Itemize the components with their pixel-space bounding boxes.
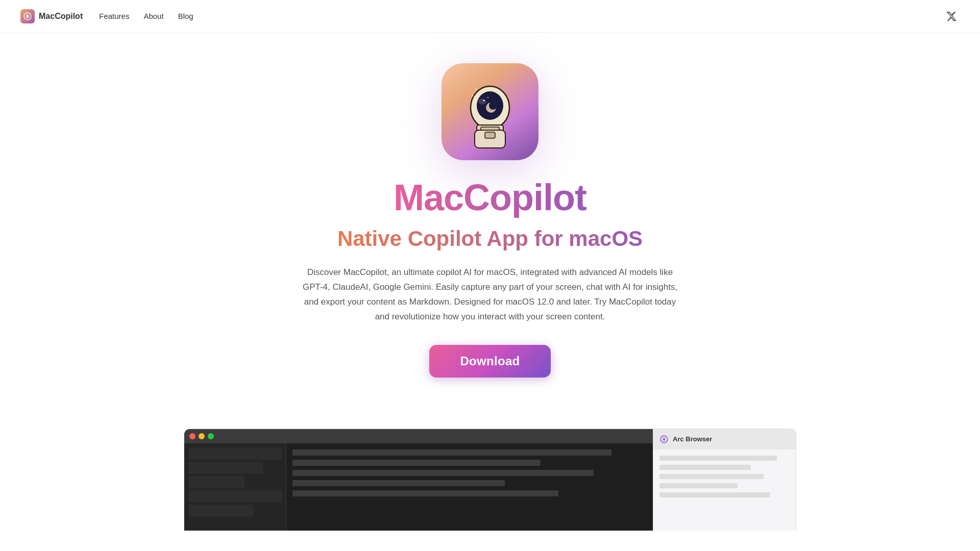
brand-logo-svg xyxy=(22,11,33,22)
nav-link-blog[interactable]: Blog xyxy=(178,12,193,20)
app-icon-container xyxy=(442,63,538,160)
astronaut-illustration xyxy=(449,71,531,153)
browser-sidebar xyxy=(184,443,286,531)
svg-rect-11 xyxy=(485,132,495,138)
nav-links: Features About Blog xyxy=(99,12,193,20)
brand-name-text: MacCopilot xyxy=(39,12,83,21)
sidebar-item xyxy=(188,447,282,460)
app-icon xyxy=(442,63,538,160)
sidebar-item xyxy=(188,462,263,474)
code-line xyxy=(292,470,594,476)
arc-panel: Arc Browser xyxy=(653,429,796,531)
hero-section: MacCopilot Native Copilot App for macOS … xyxy=(0,33,980,398)
maximize-dot xyxy=(208,433,214,439)
browser-titlebar xyxy=(184,429,653,443)
code-line xyxy=(292,480,505,486)
sidebar-item xyxy=(188,505,254,517)
close-dot xyxy=(189,433,195,439)
arc-content-line xyxy=(659,492,770,497)
brand-logo-icon xyxy=(20,9,35,23)
download-button[interactable]: Download xyxy=(429,345,550,378)
minimize-dot xyxy=(199,433,205,439)
nav-link-about[interactable]: About xyxy=(143,12,163,20)
svg-point-12 xyxy=(478,98,486,105)
code-line xyxy=(292,449,611,456)
browser-window xyxy=(184,429,653,531)
hero-subtitle: Native Copilot App for macOS xyxy=(337,227,643,251)
nav-left: MacCopilot Features About Blog xyxy=(20,9,193,23)
arc-browser-label: Arc Browser xyxy=(673,435,712,443)
screenshot-inner: Arc Browser xyxy=(184,429,796,531)
arc-content-line xyxy=(659,483,738,488)
arc-panel-content xyxy=(653,449,796,531)
screenshot-container: Arc Browser xyxy=(184,429,796,531)
arc-panel-header: Arc Browser xyxy=(653,429,796,449)
code-line xyxy=(292,460,541,466)
hero-title: MacCopilot xyxy=(394,177,586,218)
browser-main xyxy=(286,443,653,531)
arc-content-line xyxy=(659,465,751,470)
hero-description: Discover MacCopilot, an ultimate copilot… xyxy=(296,265,684,324)
nav-link-features[interactable]: Features xyxy=(99,12,129,20)
code-line xyxy=(292,490,558,496)
arc-content-line xyxy=(659,456,777,461)
sidebar-item xyxy=(188,490,282,503)
arc-icon xyxy=(659,435,669,444)
browser-content xyxy=(184,443,653,531)
navigation: MacCopilot Features About Blog xyxy=(0,0,980,33)
svg-point-8 xyxy=(489,102,497,110)
brand-link[interactable]: MacCopilot xyxy=(20,9,83,23)
arc-content-line xyxy=(659,474,764,479)
svg-rect-13 xyxy=(481,127,499,130)
screenshot-section: Arc Browser xyxy=(0,398,980,531)
svg-point-6 xyxy=(487,97,488,98)
twitter-icon[interactable] xyxy=(943,8,960,24)
sidebar-item xyxy=(188,476,244,488)
